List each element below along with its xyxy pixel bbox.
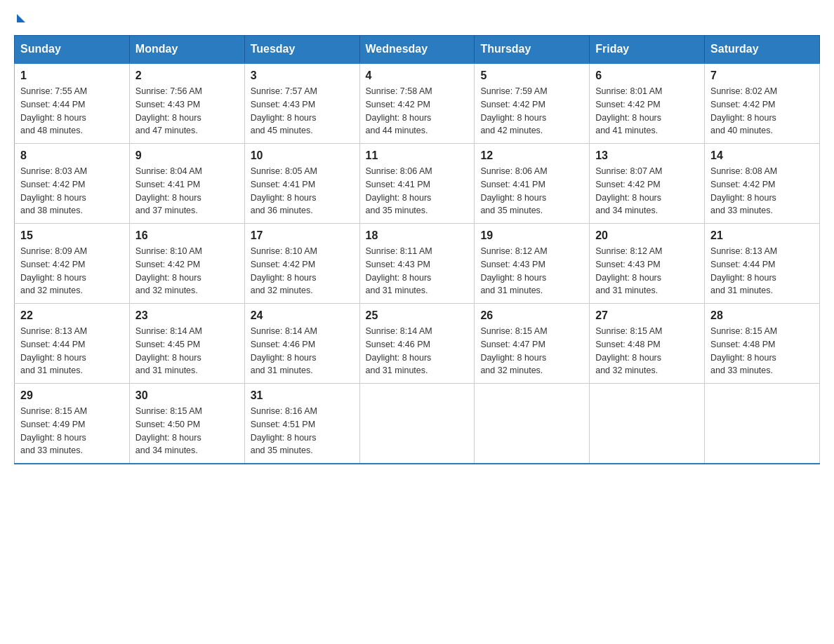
calendar-cell: 4Sunrise: 7:58 AMSunset: 4:42 PMDaylight…	[359, 63, 475, 144]
day-number: 30	[135, 389, 239, 402]
calendar-day-header: Monday	[129, 36, 244, 64]
day-info: Sunrise: 8:06 AMSunset: 4:41 PMDaylight:…	[366, 165, 469, 217]
calendar-cell: 15Sunrise: 8:09 AMSunset: 4:42 PMDayligh…	[15, 224, 130, 304]
logo	[14, 14, 25, 24]
day-info: Sunrise: 8:15 AMSunset: 4:50 PMDaylight:…	[135, 405, 239, 457]
day-info: Sunrise: 8:14 AMSunset: 4:46 PMDaylight:…	[366, 325, 469, 377]
calendar-cell	[705, 384, 820, 464]
calendar-cell: 24Sunrise: 8:14 AMSunset: 4:46 PMDayligh…	[244, 304, 359, 384]
day-number: 1	[20, 69, 124, 82]
calendar-cell: 3Sunrise: 7:57 AMSunset: 4:43 PMDaylight…	[244, 63, 359, 144]
day-number: 7	[710, 69, 814, 82]
day-info: Sunrise: 8:15 AMSunset: 4:47 PMDaylight:…	[480, 325, 583, 377]
day-info: Sunrise: 7:56 AMSunset: 4:43 PMDaylight:…	[135, 85, 239, 137]
calendar-day-header: Tuesday	[244, 36, 359, 64]
day-info: Sunrise: 8:13 AMSunset: 4:44 PMDaylight:…	[710, 245, 814, 297]
day-info: Sunrise: 7:55 AMSunset: 4:44 PMDaylight:…	[20, 85, 124, 137]
day-info: Sunrise: 8:07 AMSunset: 4:42 PMDaylight:…	[595, 165, 699, 217]
calendar-cell: 19Sunrise: 8:12 AMSunset: 4:43 PMDayligh…	[475, 224, 590, 304]
day-info: Sunrise: 8:15 AMSunset: 4:49 PMDaylight:…	[20, 405, 124, 457]
calendar-day-header: Saturday	[705, 36, 820, 64]
day-info: Sunrise: 7:58 AMSunset: 4:42 PMDaylight:…	[366, 85, 469, 137]
calendar-week-row: 15Sunrise: 8:09 AMSunset: 4:42 PMDayligh…	[15, 224, 820, 304]
calendar-cell: 12Sunrise: 8:06 AMSunset: 4:41 PMDayligh…	[475, 144, 590, 224]
day-number: 31	[251, 389, 354, 402]
day-number: 28	[710, 309, 814, 322]
calendar-cell: 30Sunrise: 8:15 AMSunset: 4:50 PMDayligh…	[129, 384, 244, 464]
page-header	[14, 14, 820, 24]
day-number: 5	[480, 69, 583, 82]
day-info: Sunrise: 8:16 AMSunset: 4:51 PMDaylight:…	[251, 405, 354, 457]
day-info: Sunrise: 8:14 AMSunset: 4:45 PMDaylight:…	[135, 325, 239, 377]
calendar-week-row: 29Sunrise: 8:15 AMSunset: 4:49 PMDayligh…	[15, 384, 820, 464]
calendar-header-row: SundayMondayTuesdayWednesdayThursdayFrid…	[15, 36, 820, 64]
calendar-week-row: 8Sunrise: 8:03 AMSunset: 4:42 PMDaylight…	[15, 144, 820, 224]
calendar-cell: 16Sunrise: 8:10 AMSunset: 4:42 PMDayligh…	[129, 224, 244, 304]
day-info: Sunrise: 8:10 AMSunset: 4:42 PMDaylight:…	[251, 245, 354, 297]
day-number: 3	[251, 69, 354, 82]
logo-blue-text	[14, 14, 25, 24]
calendar-table: SundayMondayTuesdayWednesdayThursdayFrid…	[14, 35, 820, 464]
day-info: Sunrise: 8:13 AMSunset: 4:44 PMDaylight:…	[20, 325, 124, 377]
calendar-cell: 6Sunrise: 8:01 AMSunset: 4:42 PMDaylight…	[590, 63, 705, 144]
day-info: Sunrise: 8:03 AMSunset: 4:42 PMDaylight:…	[20, 165, 124, 217]
calendar-cell	[359, 384, 475, 464]
calendar-cell: 22Sunrise: 8:13 AMSunset: 4:44 PMDayligh…	[15, 304, 130, 384]
day-number: 11	[366, 149, 469, 162]
day-info: Sunrise: 8:14 AMSunset: 4:46 PMDaylight:…	[251, 325, 354, 377]
day-info: Sunrise: 8:12 AMSunset: 4:43 PMDaylight:…	[595, 245, 699, 297]
calendar-cell: 8Sunrise: 8:03 AMSunset: 4:42 PMDaylight…	[15, 144, 130, 224]
day-number: 18	[366, 229, 469, 242]
calendar-cell: 7Sunrise: 8:02 AMSunset: 4:42 PMDaylight…	[705, 63, 820, 144]
day-number: 6	[595, 69, 699, 82]
calendar-week-row: 22Sunrise: 8:13 AMSunset: 4:44 PMDayligh…	[15, 304, 820, 384]
day-info: Sunrise: 7:57 AMSunset: 4:43 PMDaylight:…	[251, 85, 354, 137]
day-info: Sunrise: 8:15 AMSunset: 4:48 PMDaylight:…	[595, 325, 699, 377]
day-number: 25	[366, 309, 469, 322]
calendar-cell: 2Sunrise: 7:56 AMSunset: 4:43 PMDaylight…	[129, 63, 244, 144]
calendar-cell: 25Sunrise: 8:14 AMSunset: 4:46 PMDayligh…	[359, 304, 475, 384]
calendar-cell: 10Sunrise: 8:05 AMSunset: 4:41 PMDayligh…	[244, 144, 359, 224]
calendar-cell: 29Sunrise: 8:15 AMSunset: 4:49 PMDayligh…	[15, 384, 130, 464]
day-info: Sunrise: 8:12 AMSunset: 4:43 PMDaylight:…	[480, 245, 583, 297]
calendar-day-header: Friday	[590, 36, 705, 64]
day-info: Sunrise: 8:11 AMSunset: 4:43 PMDaylight:…	[366, 245, 469, 297]
day-info: Sunrise: 7:59 AMSunset: 4:42 PMDaylight:…	[480, 85, 583, 137]
calendar-cell: 14Sunrise: 8:08 AMSunset: 4:42 PMDayligh…	[705, 144, 820, 224]
logo-triangle-icon	[17, 14, 25, 22]
day-info: Sunrise: 8:04 AMSunset: 4:41 PMDaylight:…	[135, 165, 239, 217]
calendar-day-header: Wednesday	[359, 36, 475, 64]
calendar-cell: 9Sunrise: 8:04 AMSunset: 4:41 PMDaylight…	[129, 144, 244, 224]
day-number: 20	[595, 229, 699, 242]
day-number: 17	[251, 229, 354, 242]
day-number: 13	[595, 149, 699, 162]
day-number: 15	[20, 229, 124, 242]
day-number: 16	[135, 229, 239, 242]
day-number: 10	[251, 149, 354, 162]
calendar-cell: 31Sunrise: 8:16 AMSunset: 4:51 PMDayligh…	[244, 384, 359, 464]
calendar-cell: 1Sunrise: 7:55 AMSunset: 4:44 PMDaylight…	[15, 63, 130, 144]
day-info: Sunrise: 8:02 AMSunset: 4:42 PMDaylight:…	[710, 85, 814, 137]
day-info: Sunrise: 8:09 AMSunset: 4:42 PMDaylight:…	[20, 245, 124, 297]
day-info: Sunrise: 8:01 AMSunset: 4:42 PMDaylight:…	[595, 85, 699, 137]
calendar-cell: 5Sunrise: 7:59 AMSunset: 4:42 PMDaylight…	[475, 63, 590, 144]
day-number: 19	[480, 229, 583, 242]
calendar-cell: 23Sunrise: 8:14 AMSunset: 4:45 PMDayligh…	[129, 304, 244, 384]
calendar-cell: 11Sunrise: 8:06 AMSunset: 4:41 PMDayligh…	[359, 144, 475, 224]
calendar-cell: 20Sunrise: 8:12 AMSunset: 4:43 PMDayligh…	[590, 224, 705, 304]
day-info: Sunrise: 8:05 AMSunset: 4:41 PMDaylight:…	[251, 165, 354, 217]
calendar-cell: 21Sunrise: 8:13 AMSunset: 4:44 PMDayligh…	[705, 224, 820, 304]
day-number: 8	[20, 149, 124, 162]
day-number: 27	[595, 309, 699, 322]
calendar-cell: 28Sunrise: 8:15 AMSunset: 4:48 PMDayligh…	[705, 304, 820, 384]
calendar-day-header: Sunday	[15, 36, 130, 64]
day-number: 9	[135, 149, 239, 162]
day-number: 14	[710, 149, 814, 162]
day-number: 22	[20, 309, 124, 322]
calendar-cell: 13Sunrise: 8:07 AMSunset: 4:42 PMDayligh…	[590, 144, 705, 224]
calendar-cell: 17Sunrise: 8:10 AMSunset: 4:42 PMDayligh…	[244, 224, 359, 304]
calendar-cell: 27Sunrise: 8:15 AMSunset: 4:48 PMDayligh…	[590, 304, 705, 384]
day-number: 23	[135, 309, 239, 322]
calendar-cell	[475, 384, 590, 464]
day-info: Sunrise: 8:10 AMSunset: 4:42 PMDaylight:…	[135, 245, 239, 297]
